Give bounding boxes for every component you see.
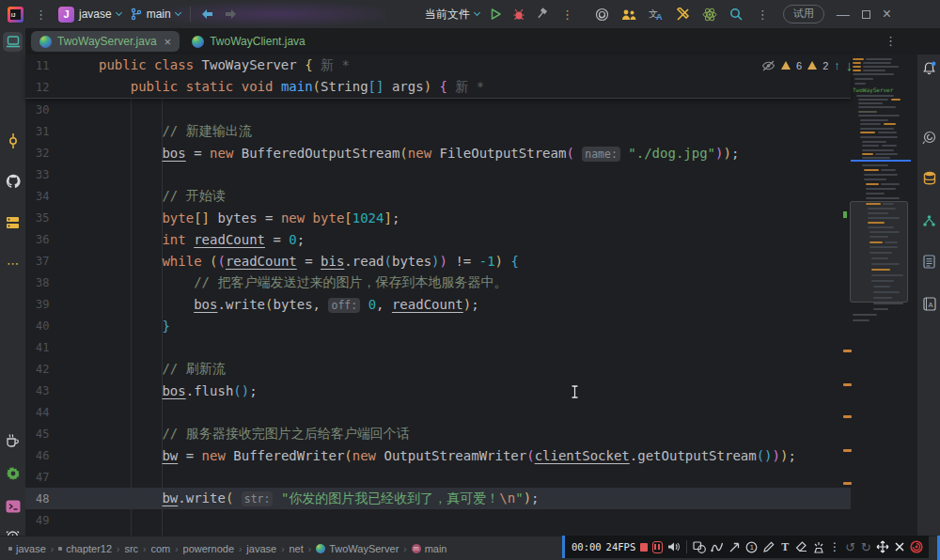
line-number[interactable]: 41 (25, 341, 99, 354)
atom-plugin-icon[interactable] (702, 8, 717, 22)
debug-button[interactable] (512, 8, 525, 21)
vcs-branch-widget[interactable]: main (131, 8, 180, 21)
text-tool-icon[interactable]: T (779, 540, 791, 554)
move-toolbar-icon[interactable] (876, 540, 889, 554)
code-line-33[interactable]: 33 (25, 163, 851, 185)
notifications-bell-icon[interactable] (919, 58, 939, 78)
line-number[interactable]: 37 (25, 255, 99, 268)
code-line-47[interactable]: 47 (25, 466, 851, 488)
search-everywhere-icon[interactable] (729, 8, 743, 21)
project-tool-window-icon[interactable] (3, 32, 23, 52)
tab-close-icon[interactable]: × (164, 36, 172, 48)
line-number[interactable]: 34 (25, 190, 99, 203)
back-button[interactable] (200, 8, 214, 20)
terminal-tool-window-icon[interactable] (3, 496, 23, 516)
tools-icon[interactable] (676, 8, 690, 22)
line-number[interactable]: 45 (25, 428, 99, 441)
close-toolbar-icon[interactable] (894, 540, 905, 554)
next-warning-arrow-icon[interactable]: ↓ (846, 57, 854, 73)
code-line-46[interactable]: 46 bw = new BufferedWriter(new OutputStr… (25, 444, 851, 466)
line-number[interactable]: 48 (25, 492, 99, 506)
window-close-button[interactable]: × (883, 7, 891, 22)
error-stripe-mark[interactable] (843, 449, 852, 452)
line-number[interactable]: 31 (25, 125, 99, 138)
error-stripe-mark[interactable] (843, 350, 852, 352)
breadcrumb-item-com[interactable]: com (150, 543, 170, 554)
freehand-pen-tool-icon[interactable] (711, 540, 724, 554)
breadcrumb-item-twowayserver[interactable]: TwoWayServer (316, 543, 399, 554)
line-number[interactable]: 38 (25, 276, 99, 289)
code-line-49[interactable]: 49 (25, 509, 851, 531)
line-number[interactable]: 47 (25, 471, 99, 484)
forward-button[interactable] (224, 8, 238, 20)
github-icon[interactable] (3, 171, 23, 191)
arrow-tool-icon[interactable] (728, 540, 741, 554)
code-line-45[interactable]: 45 // 服务器接收完图片之后给客户端回个话 (25, 423, 851, 444)
pause-recording-button[interactable] (652, 541, 663, 553)
translate-icon[interactable]: 文 A (649, 8, 664, 21)
ai-assistant-icon[interactable] (595, 8, 609, 22)
window-maximize-button[interactable] (862, 10, 870, 19)
code-with-me-icon[interactable] (621, 8, 636, 21)
java-coffee-icon[interactable] (3, 430, 23, 450)
breadcrumb-item-net[interactable]: net (289, 543, 303, 554)
breadcrumb-item-main[interactable]: mmain (412, 543, 447, 554)
tab-twowayclient-java[interactable]: TwoWayClient.java (183, 31, 314, 52)
dictionary-tool-window-icon[interactable]: A (919, 294, 939, 314)
structure-tool-window-icon[interactable] (3, 212, 23, 232)
line-number[interactable]: 30 (25, 103, 99, 117)
line-number[interactable]: 43 (25, 384, 99, 397)
tab-twowayserver-java[interactable]: TwoWayServer.java× (31, 31, 180, 52)
main-menu-kebab-icon[interactable]: ⋮ (33, 8, 49, 21)
window-minimize-button[interactable]: — (837, 8, 850, 21)
code-line-37[interactable]: 37 while ((readCount = bis.read(bytes)) … (25, 250, 851, 272)
line-number[interactable]: 33 (25, 168, 99, 181)
inspection-widget[interactable]: 6 2 ↑ ↓ (761, 57, 853, 73)
run-button[interactable] (490, 8, 502, 21)
trial-badge[interactable]: 试用 (783, 5, 824, 23)
breadcrumb-item-src[interactable]: src (124, 543, 138, 554)
code-line-12[interactable]: 12 public static void main(String[] args… (25, 76, 851, 98)
run-configuration-select[interactable]: 当前文件 (425, 7, 479, 23)
line-number[interactable]: 44 (25, 406, 99, 419)
editor-lines[interactable]: 3031 // 新建输出流32 bos = new BufferedOutput… (25, 99, 851, 531)
breadcrumb-item-chapter12[interactable]: chapter12 (58, 543, 112, 554)
line-number[interactable]: 36 (25, 233, 99, 246)
number-step-tool-icon[interactable]: 1 (745, 540, 758, 554)
tab-options-kebab-icon[interactable]: ⋮ (883, 35, 899, 47)
code-line-34[interactable]: 34 // 开始读 (25, 185, 851, 207)
database-tool-window-icon[interactable] (919, 168, 939, 188)
code-line-43[interactable]: 43 bos.flush(); (25, 380, 851, 401)
code-line-48[interactable]: 48 bw.write( str: "你发的图片我已经收到了，真可爱！\n"); (25, 488, 851, 509)
sticky-lines[interactable]: 11public class TwoWayServer { 新 *12 publ… (25, 54, 851, 99)
code-line-31[interactable]: 31 // 新建输出流 (25, 120, 851, 142)
run-more-kebab-icon[interactable]: ⋮ (559, 8, 575, 21)
breadcrumb-item-javase[interactable]: javase (8, 543, 46, 554)
notes-tool-window-icon[interactable] (919, 252, 939, 272)
speaker-icon[interactable] (667, 540, 680, 554)
eraser-tool-icon[interactable] (795, 540, 808, 554)
code-line-32[interactable]: 32 bos = new BufferedOutputStream(new Fi… (25, 142, 851, 163)
error-stripe-mark[interactable] (843, 482, 852, 485)
code-line-11[interactable]: 11public class TwoWayServer { 新 * (25, 54, 851, 76)
line-number[interactable]: 32 (25, 147, 99, 160)
highlighting-off-eye-icon[interactable] (761, 60, 776, 71)
line-number[interactable]: 42 (25, 363, 99, 376)
breadcrumb-item-javase[interactable]: javase (246, 543, 276, 554)
ai-chat-icon[interactable] (919, 128, 939, 148)
line-number[interactable]: 11 (25, 59, 99, 72)
minimap[interactable]: TwoWayServer (834, 54, 916, 536)
stop-recording-button[interactable] (640, 543, 647, 552)
more-kebab-icon[interactable]: ⋮ (755, 8, 771, 21)
line-number[interactable]: 40 (25, 319, 99, 333)
line-number[interactable]: 39 (25, 298, 99, 311)
code-line-44[interactable]: 44 (25, 401, 851, 423)
line-number[interactable]: 46 (25, 449, 99, 462)
code-line-41[interactable]: 41 (25, 336, 851, 358)
code-line-38[interactable]: 38 // 把客户端发送过来的图片，保存到本地服务器中。 (25, 272, 851, 293)
line-number[interactable]: 35 (25, 211, 99, 225)
line-number[interactable]: 12 (25, 81, 99, 94)
code-line-39[interactable]: 39 bos.write(bytes, off: 0, readCount); (25, 293, 851, 315)
project-widget[interactable]: J javase (58, 7, 121, 23)
pencil-tool-icon[interactable] (762, 540, 775, 554)
